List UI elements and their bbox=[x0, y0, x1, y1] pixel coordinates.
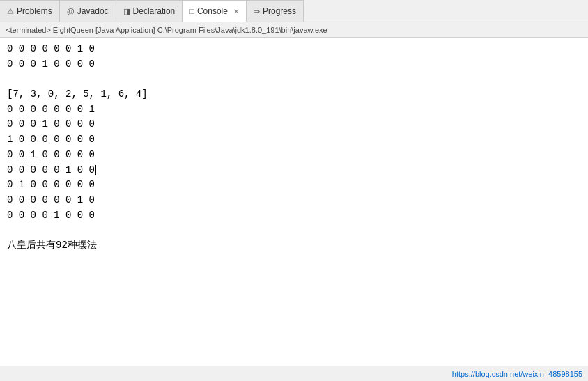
console-line: 0 0 0 0 0 0 1 0 bbox=[7, 43, 95, 54]
javadoc-tab-label: Javadoc bbox=[77, 6, 109, 16]
status-bar: <terminated> EightQueen [Java Applicatio… bbox=[0, 22, 588, 38]
bottom-bar: https://blog.csdn.net/weixin_48598155 bbox=[0, 366, 588, 381]
tab-javadoc[interactable]: @Javadoc bbox=[60, 0, 116, 22]
console-line: 0 0 0 0 0 0 1 0 bbox=[7, 194, 95, 205]
tab-declaration[interactable]: ◨Declaration bbox=[116, 0, 183, 22]
console-close-btn[interactable]: ✕ bbox=[233, 8, 239, 15]
console-line: 0 1 0 0 0 0 0 0 bbox=[7, 179, 95, 190]
console-line: 0 0 0 0 1 0 0 0 bbox=[7, 210, 95, 221]
progress-tab-label: Progress bbox=[263, 6, 296, 16]
tab-progress[interactable]: ⇒Progress bbox=[247, 0, 304, 22]
console-tab-icon: □ bbox=[189, 7, 194, 15]
console-line: 0 0 1 0 0 0 0 0 bbox=[7, 149, 95, 160]
tab-console[interactable]: □Console✕ bbox=[183, 0, 247, 22]
console-line: 0 0 0 0 0 0 0 1 bbox=[7, 104, 95, 115]
console-tab-label: Console bbox=[197, 6, 228, 16]
console-line: [7, 3, 0, 2, 5, 1, 6, 4] bbox=[7, 88, 148, 100]
declaration-tab-icon: ◨ bbox=[123, 7, 130, 16]
javadoc-tab-icon: @ bbox=[67, 7, 75, 15]
console-content: 0 0 0 0 0 0 1 0 0 0 0 1 0 0 0 0 [7, 3, 0… bbox=[0, 38, 588, 366]
console-line: 1 0 0 0 0 0 0 0 bbox=[7, 134, 95, 145]
declaration-tab-label: Declaration bbox=[133, 6, 176, 16]
console-line: 八皇后共有92种摆法 bbox=[7, 240, 97, 251]
tab-bar: ⚠Problems@Javadoc◨Declaration□Console✕⇒P… bbox=[0, 0, 588, 22]
problems-tab-icon: ⚠ bbox=[7, 7, 14, 16]
console-line: 0 0 0 0 0 1 0 0 bbox=[7, 164, 95, 176]
tab-problems[interactable]: ⚠Problems bbox=[0, 0, 60, 22]
problems-tab-label: Problems bbox=[17, 6, 52, 16]
progress-tab-icon: ⇒ bbox=[254, 7, 260, 16]
console-line: 0 0 0 1 0 0 0 0 bbox=[7, 59, 95, 70]
csdn-link[interactable]: https://blog.csdn.net/weixin_48598155 bbox=[452, 370, 582, 378]
console-line: 0 0 0 1 0 0 0 0 bbox=[7, 118, 95, 130]
